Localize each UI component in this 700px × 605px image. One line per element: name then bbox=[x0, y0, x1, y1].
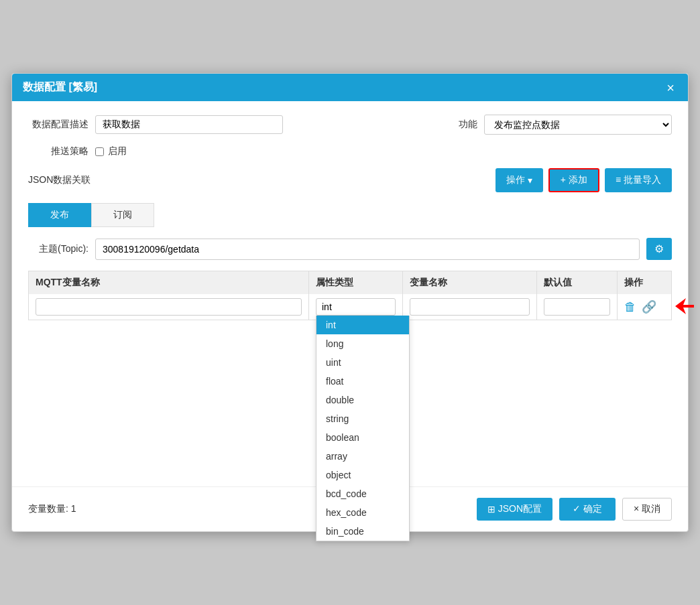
type-dropdown-list: int long uint float double string boolea… bbox=[316, 316, 410, 541]
td-mqtt-name bbox=[29, 294, 309, 320]
operation-dropdown-icon: ▾ bbox=[528, 175, 532, 186]
add-button[interactable]: + 添加 bbox=[548, 168, 599, 192]
json-config-icon: ⊞ bbox=[487, 504, 495, 515]
svg-marker-0 bbox=[675, 298, 694, 314]
push-strategy-checkbox[interactable] bbox=[95, 147, 104, 156]
topic-row: 主题(Topic): ⚙ bbox=[28, 238, 672, 260]
push-strategy-label: 推送策略 bbox=[28, 145, 89, 157]
th-mqtt-name: MQTT变量名称 bbox=[29, 271, 309, 294]
tab-publish[interactable]: 发布 bbox=[28, 203, 91, 227]
push-strategy-row: 推送策略 启用 bbox=[28, 145, 672, 157]
dropdown-item-string[interactable]: string bbox=[316, 409, 409, 428]
dialog-title: 数据配置 [繁易] bbox=[23, 80, 97, 94]
dropdown-item-double[interactable]: double bbox=[316, 391, 409, 409]
var-count-value: 1 bbox=[71, 503, 76, 514]
var-count-label: 变量数量: bbox=[28, 503, 68, 514]
main-dialog: 数据配置 [繁易] × 数据配置描述 功能 发布监控点数据 订阅监控点数据 推送… bbox=[11, 73, 689, 532]
attr-type-select[interactable]: int long uint float double string boolea… bbox=[316, 298, 396, 316]
th-action: 操作 bbox=[618, 271, 671, 294]
default-val-input[interactable] bbox=[544, 298, 610, 316]
json-config-button[interactable]: ⊞ JSON配置 bbox=[477, 498, 552, 521]
dropdown-item-hex-code[interactable]: hex_code bbox=[316, 503, 409, 522]
table-row: int long uint float double string boolea… bbox=[28, 294, 672, 320]
operation-label: 操作 bbox=[506, 174, 525, 186]
red-arrow bbox=[674, 295, 695, 317]
push-strategy-checkbox-label[interactable]: 启用 bbox=[95, 145, 127, 157]
topic-input[interactable] bbox=[95, 239, 640, 260]
toolbar-btn-group: 操作 ▾ + 添加 ≡ 批量导入 bbox=[495, 168, 672, 192]
th-attr-type: 属性类型 bbox=[309, 271, 403, 294]
topic-label: 主题(Topic): bbox=[28, 243, 89, 255]
dropdown-item-boolean[interactable]: boolean bbox=[316, 428, 409, 447]
func-select[interactable]: 发布监控点数据 订阅监控点数据 bbox=[484, 115, 672, 135]
tabs: 发布 订阅 bbox=[28, 203, 672, 227]
dropdown-item-array[interactable]: array bbox=[316, 447, 409, 466]
td-var-name bbox=[403, 294, 537, 320]
var-name-input[interactable] bbox=[410, 298, 530, 316]
dialog-header: 数据配置 [繁易] × bbox=[12, 74, 688, 101]
table-container: MQTT变量名称 属性类型 变量名称 默认值 操作 int long uint bbox=[28, 271, 672, 320]
link-icon[interactable]: 🔗 bbox=[642, 299, 656, 314]
gear-icon: ⚙ bbox=[654, 243, 664, 255]
th-var-name: 变量名称 bbox=[403, 271, 537, 294]
th-default-val: 默认值 bbox=[537, 271, 618, 294]
mqtt-name-input[interactable] bbox=[36, 298, 302, 316]
batch-import-button[interactable]: ≡ 批量导入 bbox=[605, 168, 672, 192]
td-default-val bbox=[537, 294, 618, 320]
dropdown-item-float[interactable]: float bbox=[316, 372, 409, 391]
tab-subscribe[interactable]: 订阅 bbox=[91, 203, 154, 227]
td-actions: 🗑 🔗 bbox=[618, 294, 671, 320]
push-strategy-enable-label: 启用 bbox=[108, 145, 127, 157]
dropdown-item-uint[interactable]: uint bbox=[316, 353, 409, 372]
gear-button[interactable]: ⚙ bbox=[646, 238, 672, 260]
dropdown-item-object[interactable]: object bbox=[316, 466, 409, 484]
json-config-label: JSON配置 bbox=[498, 503, 542, 515]
table-header: MQTT变量名称 属性类型 变量名称 默认值 操作 bbox=[28, 271, 672, 294]
dropdown-item-int[interactable]: int bbox=[316, 316, 409, 334]
json-rel-label: JSON数据关联 bbox=[28, 174, 91, 186]
td-attr-type: int long uint float double string boolea… bbox=[309, 294, 403, 320]
dropdown-item-long[interactable]: long bbox=[316, 334, 409, 353]
var-count: 变量数量: 1 bbox=[28, 503, 76, 515]
operation-button[interactable]: 操作 ▾ bbox=[495, 168, 543, 192]
dialog-body: 数据配置描述 功能 发布监控点数据 订阅监控点数据 推送策略 启用 JSON数据… bbox=[12, 101, 688, 481]
desc-label: 数据配置描述 bbox=[28, 119, 89, 131]
desc-func-row: 数据配置描述 功能 发布监控点数据 订阅监控点数据 bbox=[28, 115, 672, 135]
desc-input[interactable] bbox=[95, 115, 283, 134]
func-label: 功能 bbox=[459, 119, 477, 131]
footer-buttons: ⊞ JSON配置 ✓ 确定 × 取消 bbox=[477, 498, 672, 521]
type-select-wrapper: int long uint float double string boolea… bbox=[316, 298, 396, 316]
cancel-button[interactable]: × 取消 bbox=[622, 498, 672, 521]
json-rel-row: JSON数据关联 操作 ▾ + 添加 ≡ 批量导入 bbox=[28, 168, 672, 192]
action-icons: 🗑 🔗 bbox=[624, 299, 656, 314]
confirm-button[interactable]: ✓ 确定 bbox=[559, 498, 616, 521]
dropdown-item-bcd-code[interactable]: bcd_code bbox=[316, 484, 409, 503]
close-button[interactable]: × bbox=[664, 81, 677, 94]
delete-icon[interactable]: 🗑 bbox=[624, 300, 636, 314]
dropdown-item-bin-code[interactable]: bin_code bbox=[316, 522, 409, 541]
